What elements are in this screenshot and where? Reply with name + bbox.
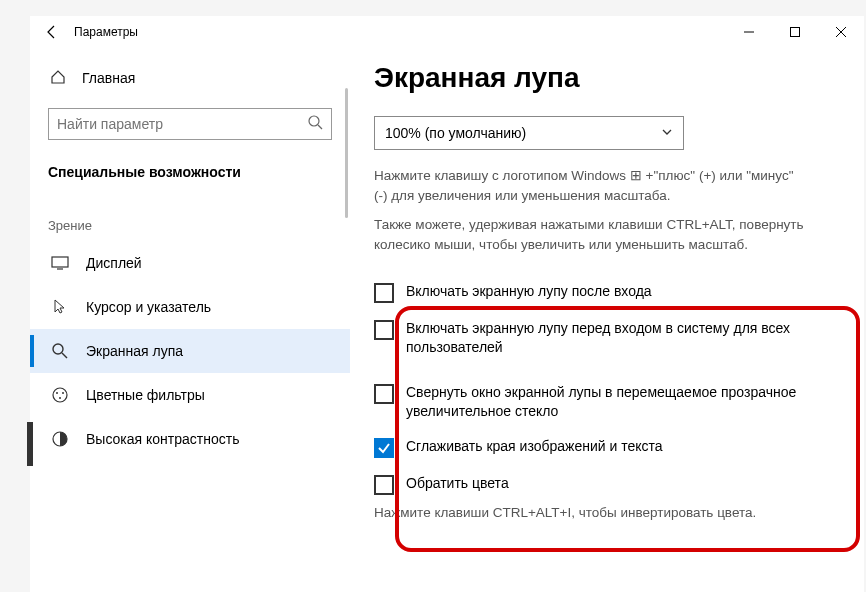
svg-point-4 (309, 116, 319, 126)
contrast-icon (50, 430, 70, 448)
svg-point-13 (59, 397, 61, 399)
nav-label: Цветные фильтры (86, 387, 205, 403)
nav-label: Экранная лупа (86, 343, 183, 359)
svg-rect-1 (791, 28, 800, 37)
home-icon (50, 69, 66, 88)
search-icon (307, 114, 323, 134)
nav-item-display[interactable]: Дисплей (30, 241, 350, 285)
svg-point-10 (53, 388, 67, 402)
home-label: Главная (82, 70, 135, 86)
edge-overlay (27, 422, 33, 466)
checkbox-invert-colors[interactable]: Обратить цвета (374, 466, 814, 503)
close-button[interactable] (818, 16, 864, 48)
nav-item-magnifier[interactable]: Экранная лупа (30, 329, 350, 373)
checkbox-box[interactable] (374, 438, 394, 458)
chevron-down-icon (661, 125, 673, 141)
checkbox-box[interactable] (374, 384, 394, 404)
nav-label: Курсор и указатель (86, 299, 211, 315)
zoom-level-combo[interactable]: 100% (по умолчанию) (374, 116, 684, 150)
checkbox-before-signin[interactable]: Включать экранную лупу перед входом в си… (374, 311, 814, 365)
checkbox-label: Включать экранную лупу перед входом в си… (406, 319, 814, 357)
palette-icon (50, 386, 70, 404)
svg-point-12 (62, 392, 64, 394)
cursor-icon (50, 298, 70, 316)
window-title: Параметры (74, 25, 138, 39)
svg-line-5 (318, 125, 322, 129)
svg-line-9 (62, 353, 67, 358)
group-head-vision: Зрение (30, 192, 350, 241)
checkbox-smooth-edges[interactable]: Сглаживать края изображений и текста (374, 429, 814, 466)
home-link[interactable]: Главная (30, 58, 350, 98)
main-panel: Экранная лупа 100% (по умолчанию) Нажмит… (350, 48, 864, 592)
page-heading: Экранная лупа (374, 62, 840, 94)
scrollbar-thumb[interactable] (345, 88, 348, 218)
checkbox-box[interactable] (374, 283, 394, 303)
nav-item-color-filters[interactable]: Цветные фильтры (30, 373, 350, 417)
combo-value: 100% (по умолчанию) (385, 125, 526, 141)
checkbox-label: Свернуть окно экранной лупы в перемещаем… (406, 383, 814, 421)
checkbox-box[interactable] (374, 320, 394, 340)
nav-item-cursor[interactable]: Курсор и указатель (30, 285, 350, 329)
checkbox-label: Сглаживать края изображений и текста (406, 437, 663, 456)
nav-label: Высокая контрастность (86, 431, 239, 447)
settings-window: Параметры Главная (30, 16, 864, 592)
maximize-button[interactable] (772, 16, 818, 48)
back-button[interactable] (30, 16, 74, 48)
hint-text-3: Нажмите клавиши CTRL+ALT+I, чтобы инверт… (374, 503, 804, 523)
magnifier-icon (50, 342, 70, 360)
nav-item-high-contrast[interactable]: Высокая контрастность (30, 417, 350, 461)
hint-text-2: Также можете, удерживая нажатыми клавиши… (374, 215, 804, 254)
hint-text-1: Нажмите клавишу с логотипом Windows ⊞ +"… (374, 166, 804, 205)
display-icon (50, 254, 70, 272)
nav-label: Дисплей (86, 255, 142, 271)
section-title: Специальные возможности (30, 154, 350, 192)
minimize-button[interactable] (726, 16, 772, 48)
checkbox-collapse-lens[interactable]: Свернуть окно экранной лупы в перемещаем… (374, 375, 814, 429)
checkbox-label: Включать экранную лупу после входа (406, 282, 652, 301)
svg-point-11 (56, 392, 58, 394)
checkbox-after-signin[interactable]: Включать экранную лупу после входа (374, 274, 814, 311)
svg-point-8 (53, 344, 63, 354)
search-input[interactable] (57, 116, 307, 132)
titlebar: Параметры (30, 16, 864, 48)
checkbox-box[interactable] (374, 475, 394, 495)
svg-rect-6 (52, 257, 68, 267)
sidebar: Главная Специальные возможности Зрение Д… (30, 48, 350, 592)
search-box[interactable] (48, 108, 332, 140)
window-controls (726, 16, 864, 48)
checkbox-label: Обратить цвета (406, 474, 509, 493)
